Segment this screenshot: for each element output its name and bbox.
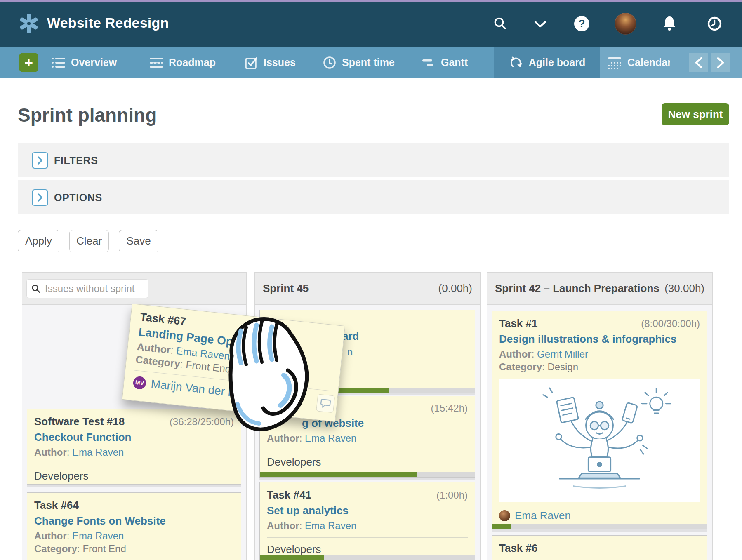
card-head: Task #41 (1:00h) [267, 489, 468, 501]
author-label: Author [267, 433, 305, 444]
nav-prev-button[interactable] [689, 53, 708, 72]
apply-button[interactable]: Apply [18, 230, 59, 252]
tab-label: Issues [264, 56, 296, 68]
author-link[interactable]: Ema Raven [305, 433, 356, 444]
column-hours: (30.00h) [664, 282, 704, 295]
tab-agile-board[interactable]: Agile board [494, 47, 600, 78]
options-expand-button[interactable] [32, 189, 48, 206]
author-link[interactable]: Ema Raven [305, 520, 356, 531]
card-task-41[interactable]: Task #41 (1:00h) Set up analytics Author… [259, 482, 475, 560]
tab-label: Agile board [529, 56, 586, 68]
card-id: Task #67 [139, 311, 187, 328]
progress-bar [492, 524, 707, 529]
column-sprint-42: Sprint 42 – Launch Preparations (30.00h)… [487, 272, 713, 560]
card-team: Developers [34, 470, 234, 482]
assignee-link[interactable]: Ema Raven [515, 509, 571, 522]
assignee-link[interactable]: Marijn Van der Pol [150, 377, 245, 400]
plus-icon: + [24, 54, 33, 71]
user-avatar[interactable] [615, 13, 636, 35]
save-button[interactable]: Save [119, 230, 158, 252]
author-label: Author [34, 530, 72, 541]
project-switcher-button[interactable] [534, 20, 547, 29]
card-author-row: AuthorEma Raven [267, 433, 468, 444]
card-team: Developers [267, 456, 468, 468]
notifications-button[interactable] [662, 15, 677, 33]
card-hours: (36:28/25:00h) [170, 416, 234, 428]
author-link[interactable]: Ema Raven [72, 447, 124, 458]
chevron-down-icon [534, 20, 547, 28]
card-task-64[interactable]: Task #64 Change Fonts on Website AuthorE… [27, 492, 241, 560]
column-header [22, 273, 246, 305]
card-head: Task #1 (8:00/30:00h) [499, 317, 700, 330]
comment-bubble-icon [320, 398, 331, 409]
card-title-link[interactable]: Set up analytics [499, 558, 700, 560]
column-title: Sprint 42 – Launch Preparations [495, 282, 660, 295]
card-title-link[interactable]: Design illustrations & infographics [499, 333, 700, 346]
top-window-strip [0, 0, 742, 2]
chevron-left-icon [694, 57, 703, 68]
card-task-6[interactable]: Task #6 Set up analytics [492, 535, 707, 560]
card-id: Task #6 [499, 542, 537, 555]
app-header: Website Redesign ? [0, 0, 742, 47]
issues-search-input[interactable] [26, 279, 148, 298]
roadmap-lines-icon [149, 56, 163, 69]
tab-label: Roadmap [169, 56, 216, 68]
project-nav: + Overview Roadmap [0, 47, 742, 78]
card-divider [267, 537, 468, 538]
list-icon [52, 56, 66, 69]
covered-card-author-fragment: n [347, 346, 353, 358]
chevron-right-icon [37, 193, 43, 202]
calendar-grid-icon [607, 56, 622, 70]
tab-calendar[interactable]: Calendar [607, 47, 670, 78]
card-hours: (8:00/30:00h) [641, 318, 700, 329]
card-title-link[interactable]: Change Fonts on Website [34, 515, 234, 527]
tab-overview[interactable]: Overview [52, 47, 117, 78]
assignee-avatar [499, 510, 510, 521]
card-task-1[interactable]: Task #1 (8:00/30:00h) Design illustratio… [492, 311, 707, 529]
search-icon [31, 284, 40, 293]
progress-fill [260, 555, 324, 560]
column-title: Sprint 45 [263, 282, 309, 295]
filters-expand-button[interactable] [32, 152, 48, 169]
author-link[interactable]: Ema Raven [72, 530, 124, 541]
help-button[interactable]: ? [574, 16, 589, 31]
tab-gantt[interactable]: Gantt [422, 47, 468, 78]
covered-card-title-fragment[interactable]: ard [342, 330, 359, 343]
author-label: Author [499, 348, 537, 360]
add-button[interactable]: + [19, 53, 38, 72]
author-link[interactable]: Gerrit Miller [537, 348, 588, 360]
chevron-right-icon [37, 156, 43, 165]
comment-bubble-button[interactable] [316, 394, 335, 413]
global-search-input[interactable] [344, 18, 509, 35]
column-header: Sprint 42 – Launch Preparations (30.00h) [487, 273, 712, 305]
tab-label: Overview [71, 56, 117, 68]
progress-bar [260, 472, 475, 477]
card-head: Task #6 [499, 542, 700, 555]
filters-label: FILTERS [54, 155, 98, 167]
clock-icon [323, 56, 337, 70]
card-title-link[interactable]: Set up analytics [267, 504, 468, 517]
time-tracking-button[interactable] [707, 16, 722, 33]
card-id: Task #41 [267, 489, 311, 501]
clear-button[interactable]: Clear [69, 230, 109, 252]
help-icon: ? [579, 17, 585, 30]
card-id: Task #1 [499, 317, 537, 330]
tab-roadmap[interactable]: Roadmap [149, 47, 216, 78]
tab-issues[interactable]: Issues [244, 47, 296, 78]
category-label: Category [34, 543, 82, 554]
card-title-link[interactable]: Checkout Function [34, 431, 234, 444]
new-sprint-button[interactable]: New sprint [662, 103, 729, 125]
multitasking-illustration [499, 379, 700, 502]
card-attachment-image [499, 379, 700, 502]
tab-spent-time[interactable]: Spent time [323, 47, 395, 78]
search-button[interactable] [493, 16, 507, 32]
column-header: Sprint 45 (0.00h) [255, 273, 480, 305]
card-category-row: CategoryDesign [499, 361, 700, 373]
card-author-row: AuthorEma Raven [34, 530, 234, 542]
card-id: Task #64 [34, 499, 79, 512]
card-software-test-18[interactable]: Software Test #18 (36:28/25:00h) Checkou… [27, 409, 241, 485]
options-label: OPTIONS [54, 192, 102, 204]
card-head: Task #64 [34, 499, 234, 512]
nav-next-button[interactable] [711, 53, 730, 72]
card-hours: (1:00h) [436, 489, 468, 501]
